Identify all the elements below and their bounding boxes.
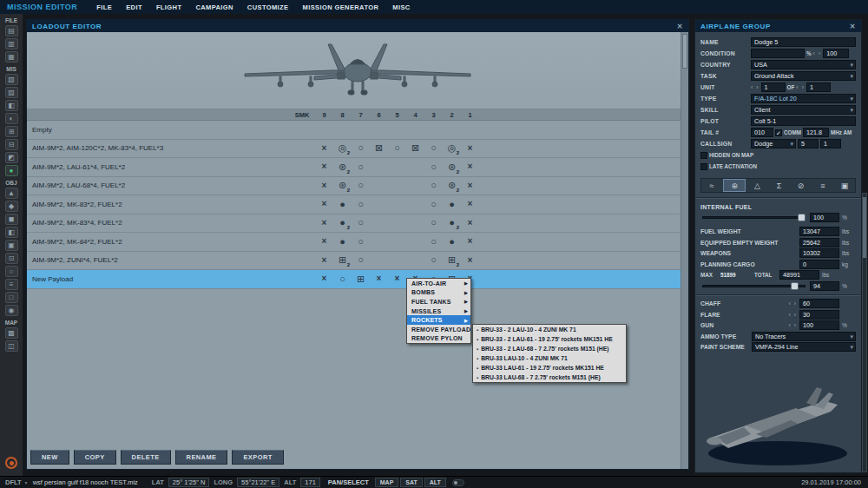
unit-total[interactable]: 1 bbox=[806, 82, 831, 92]
right-panel-scrollbar[interactable] bbox=[862, 193, 867, 472]
condition-field[interactable] bbox=[751, 49, 805, 58]
options-icon[interactable]: ⊞ bbox=[5, 126, 18, 137]
new-mission-icon[interactable]: ▤ bbox=[5, 25, 18, 36]
map-options-icon[interactable]: ◫ bbox=[5, 340, 18, 352]
flare-spinner-icon[interactable]: ‹ › bbox=[788, 312, 797, 318]
skill-dropdown[interactable]: Client bbox=[751, 105, 856, 115]
late-activation-checkbox[interactable] bbox=[700, 163, 707, 170]
helicopter-icon[interactable]: ◆ bbox=[5, 201, 18, 212]
gun-value[interactable]: 100 bbox=[799, 320, 839, 330]
submenu-item-bru-33-lau-61-19-2-75-rockets-mk151-he[interactable]: ▪BRU-33 LAU-61 - 19 2.75' rockets MK151 … bbox=[473, 363, 626, 373]
label-icon[interactable]: □ bbox=[5, 292, 18, 303]
context-menu-item-remove-pylon[interactable]: REMOVE PYLON bbox=[407, 334, 470, 344]
payload-row-aim-9m-2-aim-120c-2-mk-83-4-fuel-3[interactable]: AIM-9M*2, AIM-120C*2, MK-83*4, FUEL*3×◎2… bbox=[27, 140, 681, 159]
context-menu-item-missiles[interactable]: MISSILES▶ bbox=[407, 307, 470, 316]
statusbar-map-button[interactable]: MAP bbox=[375, 478, 399, 487]
menu-flight[interactable]: FLIGHT bbox=[149, 3, 188, 11]
unit-count[interactable]: 1 bbox=[761, 82, 786, 92]
fuel-weight-value[interactable]: 13047 bbox=[799, 227, 839, 236]
total-percent-value[interactable]: 94 bbox=[810, 281, 839, 291]
menu-campaign[interactable]: CAMPAIGN bbox=[188, 3, 240, 11]
tab-route[interactable]: ≈ bbox=[701, 179, 722, 192]
tab-cargo[interactable]: ▣ bbox=[834, 179, 855, 192]
export-button[interactable]: EXPORT bbox=[232, 450, 283, 465]
context-menu-item-fuel-tanks[interactable]: FUEL TANKS▶ bbox=[407, 297, 470, 307]
menu-file[interactable]: FILE bbox=[89, 3, 119, 11]
distance-icon[interactable]: ≡ bbox=[5, 279, 18, 290]
tab-failures[interactable]: ⊘ bbox=[791, 179, 812, 192]
comm-checkbox[interactable]: ✓ bbox=[775, 129, 782, 136]
payload-row-aim-9m-2-mk-84-2-fuel-2[interactable]: AIM-9M*2, MK-84*2, FUEL*2×●○○●× bbox=[27, 233, 681, 252]
rename-button[interactable]: RENAME bbox=[175, 450, 228, 465]
tab-summary[interactable]: Σ bbox=[768, 179, 789, 192]
task-dropdown[interactable]: Ground Attack bbox=[751, 71, 856, 81]
chaff-spinner-icon[interactable]: ‹ › bbox=[788, 300, 797, 307]
equipped-empty-weight-value[interactable]: 25642 bbox=[799, 238, 839, 247]
zone-icon[interactable]: ○ bbox=[5, 266, 18, 277]
condition-number[interactable]: 100 bbox=[823, 49, 849, 58]
internal-fuel-slider[interactable] bbox=[702, 216, 806, 219]
gun-spinner-icon[interactable]: ‹ › bbox=[788, 322, 797, 328]
submenu-item-bru-33-lau-68-7-2-75-rockets-m151-he[interactable]: ▪BRU-33 LAU-68 - 7 2.75' rockets M151 (H… bbox=[473, 373, 626, 382]
payload-row-new-payload[interactable]: New Payload×○⊞×××○⊞× bbox=[27, 270, 681, 289]
menu-mission-generator[interactable]: MISSION GENERATOR bbox=[296, 3, 386, 11]
marker-icon[interactable]: ◉ bbox=[5, 305, 18, 316]
vehicle-icon[interactable]: ◧ bbox=[5, 227, 18, 238]
open-mission-icon[interactable]: ▥ bbox=[5, 38, 18, 49]
submenu-item-bru-33-lau-10-4-zuni-mk-71[interactable]: ▪BRU-33 LAU-10 - 4 ZUNI MK 71 bbox=[473, 353, 626, 363]
rules-icon[interactable]: ⊟ bbox=[5, 139, 18, 150]
airplane-icon[interactable]: ▲ bbox=[5, 188, 18, 199]
delete-button[interactable]: DELETE bbox=[121, 450, 171, 465]
briefing-icon[interactable]: ▧ bbox=[5, 74, 18, 85]
mode-indicator[interactable]: DFLT bbox=[5, 478, 22, 486]
payload-row-aim-9m-2-mk-83-4-fuel-2[interactable]: AIM-9M*2, MK-83*4, FUEL*2×●2○○●2× bbox=[27, 214, 681, 234]
callsign-dropdown[interactable]: Dodge bbox=[751, 139, 796, 148]
planning-cargo-value[interactable]: 0 bbox=[799, 260, 839, 269]
payload-row-aim-9m-2-lau-61-4-fuel-2[interactable]: AIM-9M*2, LAU-61*4, FUEL*2×⊛2○○⊛2× bbox=[27, 158, 681, 177]
ammo-type-dropdown[interactable]: No Tracers bbox=[752, 332, 856, 341]
save-mission-icon[interactable]: ▦ bbox=[5, 51, 18, 63]
ship-icon[interactable]: ◼ bbox=[5, 214, 18, 225]
context-menu-item-rockets[interactable]: ROCKETS▶ bbox=[407, 315, 470, 325]
loadout-scrollbar[interactable] bbox=[681, 32, 688, 469]
menu-customize[interactable]: CUSTOMIZE bbox=[240, 3, 296, 11]
tab-loadout[interactable]: ⊕ bbox=[723, 179, 746, 192]
tail-number-field[interactable] bbox=[751, 128, 773, 137]
payload-row-aim-9m-2-lau-68-4-fuel-2[interactable]: AIM-9M*2, LAU-68*4, FUEL*2×⊛2○○⊛2× bbox=[27, 177, 681, 196]
copy-button[interactable]: COPY bbox=[74, 450, 116, 465]
statusbar-alt-button[interactable]: ALT bbox=[424, 478, 446, 487]
menu-edit[interactable]: EDIT bbox=[119, 3, 149, 11]
template-icon[interactable]: ⊡ bbox=[5, 253, 18, 264]
menu-misc[interactable]: MISC bbox=[385, 3, 417, 11]
triggers-icon[interactable]: ◩ bbox=[5, 152, 18, 163]
aircraft-3d-preview[interactable] bbox=[695, 366, 861, 472]
status-green-icon[interactable]: ● bbox=[5, 165, 18, 176]
callsign-number-2[interactable]: 1 bbox=[820, 139, 841, 148]
tab-radio[interactable]: ≡ bbox=[812, 179, 833, 192]
total-weight-slider[interactable] bbox=[702, 285, 806, 287]
payload-row-empty[interactable]: Empty bbox=[27, 121, 681, 140]
country-dropdown[interactable]: USA bbox=[751, 60, 856, 69]
record-icon[interactable] bbox=[5, 457, 17, 469]
toggle-pill-icon[interactable] bbox=[452, 479, 464, 486]
weather-icon[interactable]: ◧ bbox=[5, 100, 18, 111]
new-button[interactable]: NEW bbox=[30, 450, 69, 465]
callsign-number-1[interactable]: 5 bbox=[798, 139, 819, 148]
weapons-value[interactable]: 10302 bbox=[799, 248, 839, 258]
condition-spinner-icon[interactable]: ‹ › bbox=[813, 50, 822, 56]
context-menu-item-air-to-air[interactable]: AIR-TO-AIR▶ bbox=[407, 279, 470, 288]
context-menu-item-remove-payload[interactable]: REMOVE PAYLOAD bbox=[407, 325, 470, 334]
paint-scheme-dropdown[interactable]: VMFA-294 Line bbox=[752, 342, 856, 352]
context-menu-item-bombs[interactable]: BOMBS▶ bbox=[407, 288, 470, 298]
chaff-value[interactable]: 60 bbox=[799, 299, 839, 308]
tab-advanced[interactable]: △ bbox=[746, 179, 767, 192]
unit-total-spinner-icon[interactable]: ‹ › bbox=[796, 84, 805, 90]
comm-frequency-field[interactable] bbox=[803, 128, 829, 137]
submenu-item-bru-33-2-lau-10-4-zuni-mk-71[interactable]: ▪BRU-33 - 2 LAU-10 - 4 ZUNI MK 71 bbox=[473, 325, 626, 334]
close-icon[interactable]: ✕ bbox=[677, 23, 683, 30]
time-icon[interactable]: ◐ bbox=[5, 113, 18, 124]
submenu-item-bru-33-2-lau-61-19-2-75-rockets-mk151-he[interactable]: ▪BRU-33 - 2 LAU-61 - 19 2.75' rockets MK… bbox=[473, 334, 626, 344]
pan-select-label[interactable]: PAN/SELECT bbox=[328, 478, 369, 486]
name-field[interactable] bbox=[751, 37, 856, 47]
flare-value[interactable]: 30 bbox=[799, 310, 839, 320]
